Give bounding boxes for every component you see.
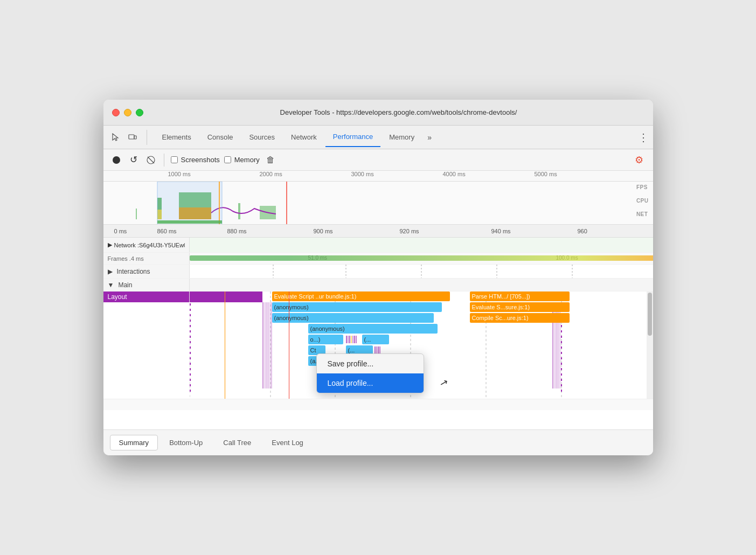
- svg-rect-34: [190, 346, 191, 349]
- clear-button[interactable]: [144, 154, 157, 166]
- flame-o-func[interactable]: o...): [308, 335, 343, 344]
- svg-rect-4: [136, 209, 137, 219]
- main-label: ▼ Main: [103, 279, 190, 291]
- main-expand-icon[interactable]: ▼: [108, 281, 114, 289]
- svg-rect-41: [190, 384, 191, 386]
- minimize-button[interactable]: [124, 109, 131, 116]
- tab-console[interactable]: Console: [200, 128, 241, 147]
- frames-track[interactable]: Frames .4 ms 51.0 ms 100.0 ms: [103, 253, 653, 265]
- tab-elements[interactable]: Elements: [155, 128, 199, 147]
- tab-memory[interactable]: Memory: [382, 128, 422, 147]
- network-content: [190, 238, 653, 252]
- detail-ruler-960: 960: [578, 228, 587, 234]
- tab-network[interactable]: Network: [283, 128, 324, 147]
- svg-rect-44: [264, 302, 265, 388]
- trash-button[interactable]: 🗑: [266, 155, 275, 165]
- svg-rect-61: [561, 357, 562, 359]
- flame-parse-html[interactable]: Parse HTM.../ [705...]): [470, 292, 570, 301]
- device-icon[interactable]: [125, 130, 140, 145]
- flame-anonymous-1-label: (anonymous): [274, 304, 309, 310]
- flame-evaluate-s[interactable]: Evaluate S...sure.js:1): [470, 302, 570, 312]
- svg-rect-46: [266, 302, 267, 388]
- flame-chart-area[interactable]: Evaluate Script ..ur bundle.js:1) (anony…: [190, 292, 647, 399]
- svg-rect-0: [129, 135, 134, 139]
- svg-rect-36: [190, 357, 191, 359]
- memory-checkbox-label[interactable]: Memory: [224, 156, 260, 164]
- context-menu: Save profile... Load profile...: [316, 353, 424, 393]
- network-label: ▶ Network :S6g4U3t-Y5UEw0IE80IlgEseQY3FE…: [103, 238, 190, 252]
- svg-rect-39: [190, 373, 191, 376]
- context-menu-save-profile[interactable]: Save profile...: [317, 354, 424, 373]
- orange-vline: [225, 292, 225, 399]
- svg-rect-42: [190, 390, 191, 392]
- main-label-text: Main: [118, 281, 132, 289]
- bottom-padding: [103, 399, 653, 410]
- frames-label: Frames .4 ms: [103, 253, 190, 264]
- flame-anonymous-3-label: (anonymous): [310, 325, 345, 332]
- cursor-icon[interactable]: [108, 130, 123, 145]
- tab-performance[interactable]: Performance: [325, 128, 380, 147]
- svg-rect-59: [561, 346, 562, 349]
- tab-bottom-up[interactable]: Bottom-Up: [160, 435, 212, 450]
- frames-content: 51.0 ms 100.0 ms: [190, 253, 653, 264]
- context-menu-load-profile[interactable]: Load profile...: [317, 373, 424, 393]
- interactions-expand-icon[interactable]: ▶: [108, 268, 113, 275]
- screenshots-checkbox-label[interactable]: Screenshots: [171, 156, 220, 164]
- svg-rect-33: [190, 341, 191, 343]
- flame-o-func2-label: (...: [364, 336, 371, 343]
- tab-summary[interactable]: Summary: [110, 435, 158, 450]
- timeline-detail[interactable]: 0 ms 860 ms 880 ms 900 ms 920 ms 940 ms …: [103, 225, 653, 429]
- tab-event-log[interactable]: Event Log: [262, 435, 313, 450]
- tab-more-button[interactable]: »: [423, 130, 436, 145]
- flame-o-func2[interactable]: (...: [362, 335, 389, 344]
- ruler-5000: 5000 ms: [535, 171, 557, 177]
- memory-checkbox[interactable]: [224, 156, 231, 163]
- svg-rect-11: [157, 182, 222, 225]
- traffic-lights: [112, 109, 143, 116]
- scrollbar-track[interactable]: [647, 292, 653, 399]
- flame-ct-func-label: Ct: [310, 347, 316, 353]
- tab-overflow-menu[interactable]: ⋮: [638, 131, 649, 144]
- interactions-track[interactable]: ▶ Interactions: [103, 265, 653, 279]
- svg-line-3: [148, 157, 154, 163]
- reload-button[interactable]: ↺: [127, 154, 140, 166]
- screenshots-checkbox[interactable]: [171, 156, 178, 163]
- svg-rect-48: [269, 302, 269, 388]
- detail-ruler-920ms: 920 ms: [400, 228, 419, 234]
- flame-compile-sc[interactable]: Compile Sc...ure.js:1): [470, 313, 570, 323]
- tab-sources[interactable]: Sources: [241, 128, 282, 147]
- settings-button[interactable]: ⚙: [632, 152, 647, 168]
- time-ruler-detail: 0 ms 860 ms 880 ms 900 ms 920 ms 940 ms …: [103, 225, 653, 238]
- interactions-label-text: Interactions: [117, 268, 150, 275]
- memory-label: Memory: [234, 156, 260, 164]
- interactions-content: [190, 265, 653, 278]
- svg-rect-29: [190, 320, 191, 322]
- network-label-text: Network :S6g4U3t-Y5UEw0IE80IlgEseQY3FEmq…: [114, 242, 185, 248]
- main-header-track[interactable]: ▼ Main: [103, 279, 653, 292]
- record-button[interactable]: [110, 154, 123, 166]
- flame-evaluate-script[interactable]: Evaluate Script ..ur bundle.js:1): [272, 292, 450, 301]
- scrollbar-thumb[interactable]: [648, 293, 652, 336]
- network-expand-icon[interactable]: ▶: [108, 241, 112, 248]
- overview-chart[interactable]: FPS CPU NET: [103, 182, 653, 225]
- main-content-area[interactable]: Layout: [103, 292, 653, 399]
- ruler-2000: 2000 ms: [260, 171, 282, 177]
- svg-rect-35: [190, 352, 191, 354]
- flame-anonymous-2[interactable]: (anonymous): [272, 313, 434, 323]
- svg-rect-66: [561, 384, 562, 386]
- detail-ruler-940ms: 940 ms: [491, 228, 511, 234]
- svg-rect-7: [238, 203, 240, 219]
- svg-rect-30: [190, 325, 191, 327]
- detail-ruler-860ms: 860 ms: [157, 228, 177, 234]
- tab-bar: Elements Console Sources Network Perform…: [103, 126, 653, 149]
- flame-anonymous-1[interactable]: (anonymous): [272, 302, 442, 312]
- network-track[interactable]: ▶ Network :S6g4U3t-Y5UEw0IE80IlgEseQY3FE…: [103, 238, 653, 253]
- flame-compile-sc-label: Compile Sc...ure.js:1): [472, 315, 529, 321]
- svg-rect-27: [190, 309, 191, 311]
- tab-call-tree[interactable]: Call Tree: [214, 435, 260, 450]
- flame-anonymous-3[interactable]: (anonymous): [308, 324, 438, 334]
- svg-rect-49: [270, 302, 271, 388]
- maximize-button[interactable]: [136, 109, 143, 116]
- timeline-overview[interactable]: 1000 ms 2000 ms 3000 ms 4000 ms 5000 ms …: [103, 171, 653, 225]
- close-button[interactable]: [112, 109, 120, 116]
